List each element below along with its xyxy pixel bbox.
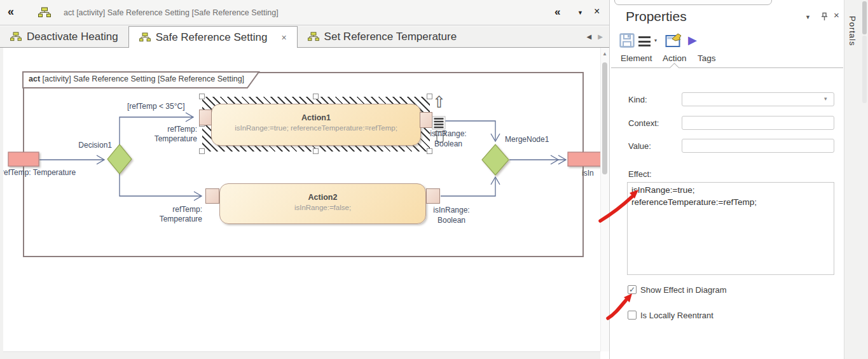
selection-handle[interactable] [427, 148, 432, 154]
properties-title: Properties [626, 9, 687, 24]
action1-input-pin-label: refTemp: Temperature [141, 125, 197, 144]
quicklink-menu-icon[interactable] [432, 116, 446, 130]
action1-node[interactable]: Action1 isInRange:=true; referenceTemper… [211, 104, 421, 146]
properties-tab-action[interactable]: Action [663, 53, 687, 63]
action1-effect: isInRange:=true; referenceTemperature:=r… [212, 124, 420, 132]
properties-close-icon[interactable]: × [834, 10, 839, 20]
diagram-connectors [0, 0, 609, 359]
portals-scrollbar-thumb[interactable] [862, 1, 867, 34]
action2-input-pin[interactable] [205, 188, 219, 204]
selection-handle[interactable] [313, 148, 319, 154]
portals-tab-label[interactable]: Portals [848, 16, 857, 46]
value-label: Value: [628, 141, 651, 151]
action2-name: Action2 [220, 193, 425, 202]
pin-label-line: refTemp: [146, 205, 202, 215]
pin-label-line: Temperature [146, 215, 202, 224]
properties-tab-tags[interactable]: Tags [698, 53, 716, 63]
kind-select[interactable] [682, 92, 834, 106]
guard-label: [refTemp < 35°C] [127, 102, 185, 111]
action2-input-pin-label: refTemp: Temperature [146, 205, 202, 224]
action1-name: Action1 [212, 113, 420, 122]
left-param-label: refTemp: Temperature [1, 168, 76, 177]
locally-reentrant-checkbox[interactable] [628, 311, 637, 320]
properties-pin-icon[interactable] [820, 12, 829, 22]
show-effect-checkbox[interactable]: ✓ [628, 285, 637, 294]
properties-tab-underline [611, 67, 843, 68]
pin-label-line: isInRange: [427, 205, 476, 215]
quicklink-up-arrow-icon[interactable]: ⇧ [432, 93, 446, 111]
action1-input-pin[interactable] [199, 109, 212, 125]
pin-label-line: refTemp: [141, 125, 197, 134]
run-action-icon[interactable]: ▶ [688, 33, 697, 47]
action2-output-pin-label: isInRange: Boolean [427, 205, 476, 225]
context-label: Context: [628, 118, 659, 128]
kind-label: Kind: [628, 95, 647, 104]
context-input[interactable] [682, 116, 834, 130]
pin-label-line: Boolean [427, 215, 476, 225]
merge-label: MergeNode1 [505, 135, 549, 144]
effect-textarea[interactable]: isInRange:=true; referenceTemperature:=r… [627, 182, 834, 275]
show-effect-checkbox-label: Show Effect in Diagram [640, 285, 727, 295]
selection-handle[interactable] [313, 94, 319, 99]
pin-label-line: Temperature [141, 134, 197, 144]
pin-label-line: Boolean [425, 139, 472, 149]
hamburger-menu-icon[interactable] [638, 36, 651, 49]
clipped-toolbar-element [614, 0, 772, 5]
app-window: « act [activity] Safe Reference Setting … [0, 0, 868, 359]
right-param-label: isIn [582, 169, 594, 178]
save-icon[interactable] [619, 33, 635, 48]
menu-caret-icon[interactable]: ▾ [654, 38, 657, 43]
canvas-horizontal-scrollbar[interactable] [3, 351, 600, 359]
action2-output-pin[interactable] [426, 188, 440, 204]
properties-dropdown-icon[interactable]: ▼ [805, 14, 811, 20]
checkmark-icon: ✓ [629, 285, 635, 294]
action1-output-pin-label: isInRange: Boolean [425, 129, 472, 149]
canvas-left-margin [0, 48, 3, 359]
pin-label-line: isInRange: [425, 129, 472, 139]
scrollbar-up-icon[interactable]: ▲ [601, 51, 609, 57]
selection-handle[interactable] [427, 94, 432, 99]
scrollbar-thumb[interactable] [602, 62, 607, 174]
properties-window-icon[interactable] [665, 32, 682, 48]
selection-handle[interactable] [199, 94, 205, 99]
action1-output-pin[interactable] [420, 112, 432, 128]
portals-scrollbar-track [862, 36, 867, 103]
value-input[interactable] [682, 139, 834, 153]
effect-label: Effect: [628, 169, 652, 179]
action2-effect: isInRange:=false; [220, 204, 425, 211]
decision-label: Decision1 [59, 141, 112, 150]
locally-reentrant-checkbox-label: Is Locally Reentrant [640, 311, 713, 320]
properties-tab-element[interactable]: Element [621, 53, 652, 63]
action2-node[interactable]: Action2 isInRange:=false; [219, 183, 426, 224]
kind-dropdown-icon[interactable]: ▾ [824, 95, 827, 102]
selection-handle[interactable] [199, 148, 205, 154]
